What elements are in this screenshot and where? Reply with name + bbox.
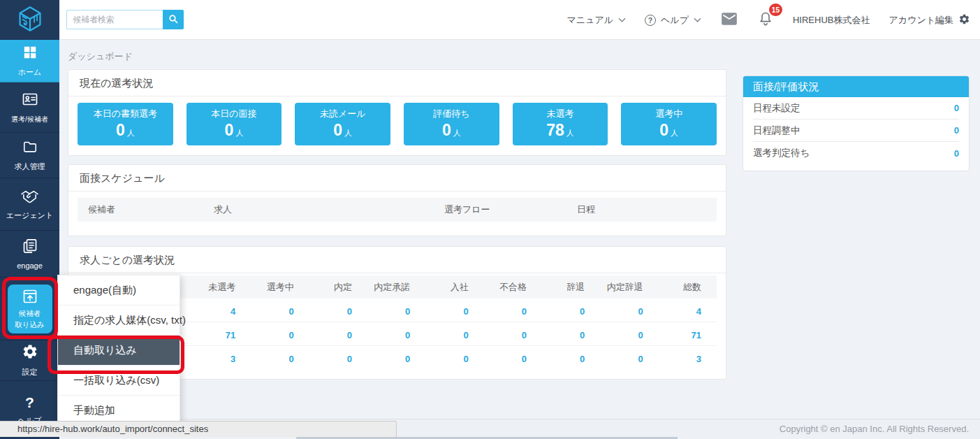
candidate-import-tile[interactable]: 候補者 取り込み <box>8 285 52 333</box>
count-cell[interactable]: 0 <box>309 330 367 340</box>
column-header: 辞退 <box>542 281 600 294</box>
account-edit-label: アカウント編集 <box>888 14 953 27</box>
sidebar-item-agent[interactable]: エージェント <box>0 178 59 231</box>
stat-tile-awaiting-evaluation[interactable]: 評価待ち 0人 <box>404 103 499 145</box>
sidebar-item-label: 設定 <box>22 367 38 377</box>
count-cell[interactable]: 0 <box>542 354 600 364</box>
count-cell[interactable]: 0 <box>367 354 425 364</box>
search-button[interactable] <box>163 10 184 29</box>
panel-row-schedule-unset[interactable]: 日程未設定 0 <box>753 97 959 120</box>
column-header: 内定辞退 <box>600 281 658 294</box>
sidebar-item-candidate-import[interactable]: 候補者 取り込み <box>0 278 59 340</box>
count-cell[interactable]: 71 <box>193 330 251 340</box>
menu-item-engage-auto[interactable]: engage(自動) <box>58 275 180 305</box>
column-header: 選考中 <box>251 281 309 294</box>
sidebar-item-label: engage <box>17 261 43 270</box>
manual-label: マニュアル <box>567 14 614 27</box>
candidate-import-menu: engage(自動) 指定の求人媒体(csv, txt) 自動取り込み 一括取り… <box>57 275 180 426</box>
count-cell[interactable]: 71 <box>659 330 717 340</box>
count-cell[interactable]: 0 <box>542 330 600 340</box>
column-header: 内定 <box>309 281 367 294</box>
count-cell[interactable]: 0 <box>484 330 542 340</box>
topbar-right: マニュアル ? ヘルプ <box>567 0 971 40</box>
count-cell[interactable]: 0 <box>600 354 658 364</box>
interview-status-title: 面接/評価状況 <box>743 76 969 97</box>
count-cell[interactable]: 0 <box>425 354 483 364</box>
manual-menu[interactable]: マニュアル <box>567 14 627 27</box>
app-logo[interactable] <box>0 0 59 40</box>
stat-tile-in-selection[interactable]: 選考中 0人 <box>621 103 717 145</box>
count-cell[interactable]: 0 <box>600 330 658 340</box>
candidate-search <box>66 10 184 29</box>
interview-schedule-header: 候補者 求人 選考フロー 日程 <box>78 198 717 222</box>
count-cell[interactable]: 0 <box>251 306 309 317</box>
gear-icon <box>958 13 970 27</box>
panel-row-awaiting-judgement[interactable]: 選考判定待ち 0 <box>753 142 959 164</box>
interview-schedule-card: 面接スケジュール 候補者 求人 選考フロー 日程 <box>68 164 726 236</box>
sidebar-item-label: 求人管理 <box>15 161 45 172</box>
folder-icon <box>22 139 38 157</box>
count-cell[interactable]: 0 <box>484 354 542 364</box>
handshake-icon <box>20 188 39 206</box>
sidebar: ホーム 選考/候補者 求人管理 エージェント <box>0 40 59 439</box>
sidebar-item-label: 選考/候補者 <box>11 115 48 124</box>
sidebar-item-label-line2: 取り込み <box>15 320 45 329</box>
sidebar-item-home[interactable]: ホーム <box>0 40 59 82</box>
company-name: HIREHUB株式会社 <box>793 14 870 27</box>
job-status-title: 求人ごとの選考状況 <box>68 247 726 273</box>
sidebar-item-settings[interactable]: 設定 <box>0 340 59 381</box>
count-cell[interactable]: 0 <box>425 306 483 317</box>
stat-tile-unscreened[interactable]: 未選考 78人 <box>513 103 608 145</box>
interview-schedule-title: 面接スケジュール <box>68 165 726 192</box>
menu-item-specified-media-csv-txt[interactable]: 指定の求人媒体(csv, txt) <box>58 305 180 336</box>
count-cell[interactable]: 0 <box>367 330 425 340</box>
count-cell[interactable]: 3 <box>659 354 717 364</box>
menu-item-auto-import[interactable]: 自動取り込み <box>58 336 180 366</box>
home-grid-icon <box>22 45 38 63</box>
import-upload-icon <box>22 288 38 308</box>
link-status-bar: https://hire-hub.work/auto_import/connec… <box>0 421 397 437</box>
menu-item-bulk-import-csv[interactable]: 一括取り込み(csv) <box>58 366 180 396</box>
messages-button[interactable] <box>720 10 738 30</box>
notification-badge: 15 <box>769 3 782 16</box>
search-input[interactable] <box>66 10 163 29</box>
notifications-button[interactable]: 15 <box>757 10 774 30</box>
count-cell[interactable]: 0 <box>600 306 658 317</box>
logo-cube-icon <box>16 5 44 36</box>
column-header: 選考フロー <box>434 203 566 216</box>
count-cell[interactable]: 4 <box>659 306 717 317</box>
count-cell[interactable]: 0 <box>309 354 367 364</box>
sidebar-item-engage[interactable]: engage <box>0 231 59 278</box>
sidebar-item-job-management[interactable]: 求人管理 <box>0 133 59 178</box>
column-header: 求人 <box>203 203 434 216</box>
account-edit-button[interactable]: アカウント編集 <box>888 13 970 27</box>
question-icon: ? <box>25 394 34 411</box>
breadcrumb: ダッシュボード <box>68 50 133 63</box>
help-menu[interactable]: ? ヘルプ <box>645 14 701 27</box>
id-card-icon <box>21 91 39 110</box>
count-cell[interactable]: 0 <box>542 306 600 317</box>
count-cell[interactable]: 0 <box>425 330 483 340</box>
status-tiles: 本日の書類選考 0人 本日の面接 0人 未読メール 0人 評価待ち 0人 未選考… <box>78 103 717 145</box>
column-header: 未選考 <box>193 281 251 294</box>
count-cell[interactable]: 0 <box>367 306 425 317</box>
interview-status-panel: 面接/評価状況 日程未設定 0 日程調整中 0 選考判定待ち 0 <box>743 75 970 171</box>
count-cell[interactable]: 4 <box>193 306 251 317</box>
search-icon <box>168 13 179 27</box>
count-cell[interactable]: 0 <box>484 306 542 317</box>
count-cell[interactable]: 3 <box>193 354 251 364</box>
stat-tile-today-screening[interactable]: 本日の書類選考 0人 <box>78 103 173 145</box>
panel-row-schedule-adjusting[interactable]: 日程調整中 0 <box>753 120 959 142</box>
stat-tile-today-interview[interactable]: 本日の面接 0人 <box>187 103 282 145</box>
copyright-text: Copyright © en Japan Inc. All Rights Res… <box>780 424 969 434</box>
sidebar-item-label: ホーム <box>18 67 42 78</box>
topbar: マニュアル ? ヘルプ <box>0 0 980 40</box>
mail-icon <box>720 10 738 30</box>
help-label: ヘルプ <box>661 14 689 27</box>
count-cell[interactable]: 0 <box>309 306 367 317</box>
sidebar-item-selection-candidates[interactable]: 選考/候補者 <box>0 82 59 133</box>
stat-tile-unread-mail[interactable]: 未読メール 0人 <box>295 103 390 145</box>
count-cell[interactable]: 0 <box>251 354 309 364</box>
count-cell[interactable]: 0 <box>251 330 309 340</box>
column-header: 総数 <box>659 281 717 294</box>
